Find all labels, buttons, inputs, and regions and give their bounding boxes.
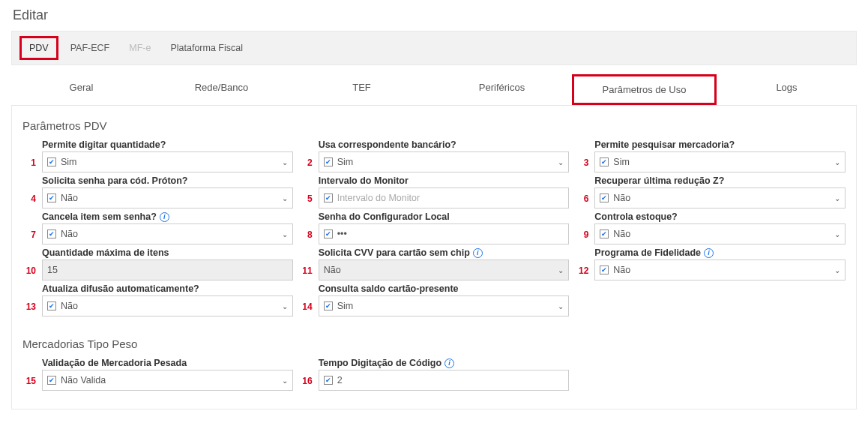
checkbox-icon [600, 158, 609, 166]
checkbox-icon [324, 376, 333, 385]
select-value: Não [613, 265, 630, 275]
input-senha-configurador-local[interactable]: ••• [319, 224, 570, 244]
select-value: Sim [61, 157, 77, 167]
section-mercadorias-tipo-peso: Mercadorias Tipo Peso [22, 338, 846, 350]
form-panel: Parâmetros PDV 1 Permite digitar quantid… [11, 106, 857, 410]
select-solicita-cvv-sem-chip[interactable]: Não ⌄ [319, 260, 570, 280]
info-icon[interactable] [704, 248, 714, 258]
label-solicita-cvv-sem-chip: Solicita CVV para cartão sem chip [319, 248, 570, 258]
checkbox-icon [324, 194, 333, 202]
input-tempo-digitacao-codigo[interactable]: 2 [319, 370, 570, 391]
field-number: 4 [22, 176, 36, 204]
field-number: 3 [575, 140, 588, 168]
field-number: 2 [299, 140, 313, 168]
select-value: Não [61, 301, 78, 311]
chevron-down-icon: ⌄ [282, 230, 288, 238]
select-validacao-mercadoria-pesada[interactable]: Não Valida ⌄ [42, 370, 293, 391]
label-permite-pesquisar-mercadoria: Permite pesquisar mercadoria? [594, 140, 846, 150]
tab-mfe[interactable]: MF-e [121, 38, 158, 58]
label-text: Programa de Fidelidade [594, 248, 701, 258]
section-parametros-pdv: Parâmetros PDV [22, 119, 846, 132]
input-value: 2 [337, 375, 343, 386]
subtab-tef[interactable]: TEF [292, 74, 432, 105]
subtab-logs[interactable]: Logs [717, 74, 857, 105]
fields-grid-2: 15 Validação de Mercadoria Pesada Não Va… [22, 358, 846, 391]
input-quantidade-maxima-itens[interactable]: 15 [42, 260, 293, 280]
info-icon[interactable] [160, 212, 169, 222]
label-quantidade-maxima-itens: Quantidade máxima de itens [42, 248, 293, 258]
label-cancela-item-sem-senha: Cancela item sem senha? [42, 212, 293, 222]
field-number: 16 [299, 358, 313, 386]
label-recuperar-ultima-reducao-z: Recuperar última redução Z? [594, 176, 846, 186]
chevron-down-icon: ⌄ [282, 158, 288, 166]
info-icon[interactable] [473, 248, 483, 258]
field-number: 6 [575, 176, 588, 204]
field-number: 10 [22, 248, 36, 276]
select-value: Não Valida [61, 375, 106, 386]
label-permite-digitar-quantidade: Permite digitar quantidade? [42, 140, 293, 150]
select-controla-estoque[interactable]: Não ⌄ [594, 224, 846, 244]
label-usa-correspondente-bancario: Usa correspondente bancário? [319, 140, 570, 150]
field-number: 1 [22, 140, 36, 168]
checkbox-icon [324, 230, 333, 238]
field-number: 5 [299, 176, 313, 204]
select-value: Não [613, 229, 630, 239]
tab-pdv[interactable]: PDV [19, 36, 58, 60]
subtab-parametros-uso[interactable]: Parâmetros de Uso [572, 74, 717, 105]
label-programa-fidelidade: Programa de Fidelidade [594, 248, 846, 258]
top-tab-bar: PDV PAF-ECF MF-e Plataforma Fiscal [11, 31, 857, 65]
checkbox-icon [47, 376, 56, 385]
chevron-down-icon: ⌄ [834, 194, 840, 202]
select-cancela-item-sem-senha[interactable]: Não ⌄ [42, 224, 293, 244]
input-intervalo-monitor[interactable]: Intervalo do Monitor [319, 188, 570, 208]
label-solicita-senha-cod-proton: Solicita senha para cód. Próton? [42, 176, 293, 186]
select-value: Sim [337, 301, 354, 311]
sub-tab-bar: Geral Rede/Banco TEF Periféricos Parâmet… [11, 74, 857, 106]
label-text: Cancela item sem senha? [42, 212, 157, 222]
label-validacao-mercadoria-pesada: Validação de Mercadoria Pesada [42, 358, 293, 368]
checkbox-icon [324, 302, 333, 310]
select-recuperar-ultima-reducao-z[interactable]: Não ⌄ [594, 188, 846, 208]
checkbox-icon [600, 194, 609, 202]
tab-paf-ecf[interactable]: PAF-ECF [63, 38, 118, 58]
chevron-down-icon: ⌄ [282, 376, 288, 385]
label-text: Solicita CVV para cartão sem chip [319, 248, 470, 258]
label-text: Tempo Digitação de Código [319, 358, 441, 368]
select-solicita-senha-cod-proton[interactable]: Não ⌄ [42, 188, 293, 208]
select-programa-fidelidade[interactable]: Não ⌄ [594, 260, 846, 280]
select-value: Não [61, 229, 78, 239]
input-value: 15 [47, 265, 58, 275]
select-value: Sim [613, 157, 630, 167]
label-consulta-saldo-cartao-presente: Consulta saldo cartão-presente [319, 284, 570, 294]
select-atualiza-difusao-automaticamente[interactable]: Não ⌄ [42, 296, 293, 316]
fields-grid: 1 Permite digitar quantidade? Sim ⌄ 2 Us… [22, 140, 846, 316]
chevron-down-icon: ⌄ [558, 158, 564, 166]
tab-plataforma-fiscal[interactable]: Plataforma Fiscal [163, 38, 250, 58]
select-permite-pesquisar-mercadoria[interactable]: Sim ⌄ [594, 152, 846, 172]
field-number: 7 [22, 212, 36, 240]
chevron-down-icon: ⌄ [558, 302, 564, 310]
input-placeholder: Intervalo do Monitor [337, 193, 420, 203]
checkbox-icon [324, 158, 333, 166]
select-permite-digitar-quantidade[interactable]: Sim ⌄ [42, 152, 293, 172]
chevron-down-icon: ⌄ [834, 158, 840, 166]
label-atualiza-difusao-automaticamente: Atualiza difusão automaticamente? [42, 284, 293, 294]
checkbox-icon [47, 302, 56, 310]
subtab-perifericos[interactable]: Periféricos [432, 74, 572, 105]
input-value: ••• [337, 229, 347, 239]
subtab-geral[interactable]: Geral [11, 74, 151, 105]
field-number: 8 [299, 212, 313, 240]
info-icon[interactable] [444, 358, 454, 368]
page-title: Editar [13, 8, 857, 23]
label-senha-configurador-local: Senha do Configurador Local [319, 212, 570, 222]
subtab-rede-banco[interactable]: Rede/Banco [151, 74, 292, 105]
select-value: Não [613, 193, 630, 203]
select-consulta-saldo-cartao-presente[interactable]: Sim ⌄ [319, 296, 570, 316]
field-number: 13 [22, 284, 36, 312]
field-number: 12 [575, 248, 588, 276]
chevron-down-icon: ⌄ [834, 230, 840, 238]
select-value: Sim [337, 157, 354, 167]
checkbox-icon [47, 158, 56, 166]
checkbox-icon [47, 230, 56, 238]
select-usa-correspondente-bancario[interactable]: Sim ⌄ [319, 152, 570, 172]
